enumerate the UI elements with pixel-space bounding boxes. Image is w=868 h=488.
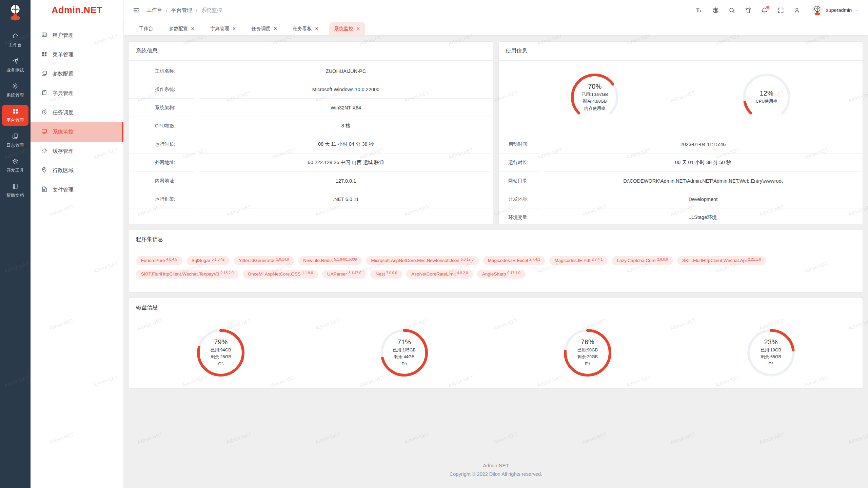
package-tag[interactable]: Magicodes.IE.Excel2.7.4.1 [483, 256, 546, 265]
sidebar-item-label: 缓存管理 [53, 148, 74, 155]
rail-item-system-mgmt[interactable]: 系统管理 [2, 80, 28, 101]
gear-icon [12, 83, 19, 91]
gauge-detail-line: 剩余:4.88GB [583, 98, 607, 105]
theme-icon[interactable] [745, 7, 752, 14]
package-tag[interactable]: Nest7.0.0.0 [370, 270, 402, 279]
disk-gauge-c: 79%已用:94GB剩余:25GBC:\ [195, 327, 246, 379]
copy-icon [41, 70, 47, 78]
content-area: 系统信息 主机名称:ZUOHUAIJUN-PC操作系统:Microsoft Wi… [124, 36, 868, 488]
tab-taskboard[interactable]: 任务看板✕ [288, 22, 324, 35]
font-size-icon[interactable]: TT [696, 7, 703, 14]
file-icon [41, 186, 47, 194]
package-version: 2.15.2.0 [221, 271, 234, 275]
rail-item-help-docs[interactable]: 帮助文档 [2, 180, 28, 201]
package-version: 4.8.4.5 [166, 257, 177, 261]
info-value: Development [544, 190, 862, 208]
info-value: Win32NT X64 [199, 99, 492, 117]
package-tag[interactable]: Lazy.Captcha.Core2.0.0.0 [612, 256, 673, 265]
package-tag[interactable]: Microsoft.AspNetCore.Mvc.NewtonsoftJson6… [366, 256, 478, 265]
tab-monitor[interactable]: 系统监控✕ [329, 22, 365, 35]
breadcrumb: 工作台/平台管理/系统监控 [146, 7, 222, 14]
package-name: Yitter.IdGenerator [239, 258, 275, 263]
package-tag[interactable]: NewLife.Redis5.1.8401.5009 [298, 256, 362, 265]
tab-close-icon[interactable]: ✕ [191, 26, 195, 31]
rail-item-business-test[interactable]: 业务测试 [2, 55, 28, 76]
package-tag[interactable]: AngleSharp0.17.1.0 [477, 270, 526, 279]
sidebar-item-tenant[interactable]: 租户管理 [31, 26, 123, 45]
sidebar-item-file[interactable]: 文件管理 [31, 180, 123, 200]
sidebar-item-label: 系统监控 [53, 128, 74, 136]
info-row: 外网地址:60.222.128.26 中国 山西 运城 联通 [129, 154, 493, 172]
package-tag[interactable]: OnceMi.AspNetCore.OSS1.1.9.0 [243, 270, 318, 279]
rail-item-workbench[interactable]: 工作台 [2, 30, 28, 50]
sidebar-item-region[interactable]: 行政区域 [31, 161, 123, 180]
sidebar-item-label: 字典管理 [53, 90, 74, 97]
grid-icon [12, 108, 19, 116]
breadcrumb-item: 系统监控 [201, 7, 222, 14]
tab-config[interactable]: 参数配置✕ [164, 22, 200, 35]
disk-gauges: 79%已用:94GB剩余:25GBC:\ 71%已用:105GB剩余:44GBD… [129, 317, 863, 388]
sidebar-item-label: 参数配置 [53, 70, 74, 78]
package-tag[interactable]: UAParser3.1.47.0 [322, 270, 366, 279]
tab-close-icon[interactable]: ✕ [274, 26, 277, 31]
rail-item-log-mgmt[interactable]: 日志管理 [2, 130, 28, 151]
gauge-percent: 70% [588, 83, 601, 90]
package-tag[interactable]: SKIT.FlurlHttpClient.Wechat.Api2.21.1.0 [677, 256, 766, 265]
package-tag[interactable]: SKIT.FlurlHttpClient.Wechat.TenpayV32.15… [136, 270, 239, 279]
tab-label: 工作台 [139, 26, 153, 32]
top-header: 工作台/平台管理/系统监控 TT superadmin [124, 0, 868, 20]
package-tag[interactable]: AspNetCoreRateLimit4.0.2.0 [406, 270, 473, 279]
rail-item-platform-mgmt[interactable]: 平台管理 [2, 105, 28, 126]
user-icon[interactable] [793, 7, 801, 14]
package-version: 0.17.1.0 [508, 271, 520, 275]
info-value: 08 天 11 小时 04 分 38 秒 [199, 135, 492, 154]
sidebar-item-dict[interactable]: 字典管理 [31, 84, 123, 103]
tab-close-icon[interactable]: ✕ [232, 26, 236, 31]
package-tag[interactable]: Yitter.IdGenerator1.0.14.0 [234, 256, 294, 265]
app-logo[interactable]: Admin.NET [31, 0, 123, 20]
user-menu[interactable]: superadmin [812, 5, 859, 16]
tab-schedule[interactable]: 任务调度✕ [246, 22, 282, 35]
package-tag[interactable]: Magicodes.IE.Pdf2.7.4.1 [549, 256, 608, 265]
sidebar-item-cache[interactable]: 缓存管理 [31, 142, 123, 161]
breadcrumb-item[interactable]: 工作台 [146, 7, 162, 14]
language-icon[interactable] [712, 7, 719, 14]
sidebar-item-schedule[interactable]: 任务调度 [31, 103, 123, 122]
package-tag[interactable]: SqlSugar5.1.3.42 [186, 256, 230, 265]
package-name: Lazy.Captcha.Core [617, 258, 656, 263]
info-row: 网站目录:D:\CODEWORK\Admin.NET\Admin.NET\Adm… [499, 172, 863, 190]
app-root: 工作台业务测试系统管理平台管理日志管理开发工具帮助文档 Admin.NET 租户… [0, 0, 868, 488]
breadcrumb-item[interactable]: 平台管理 [171, 7, 192, 14]
package-name: Magicodes.IE.Excel [488, 258, 528, 263]
info-label: 系统架构: [129, 99, 195, 117]
tab-label: 参数配置 [169, 26, 188, 32]
tab-close-icon[interactable]: ✕ [356, 26, 360, 31]
disk-gauge-slot: 79%已用:94GB剩余:25GBC:\ [129, 327, 313, 379]
sidebar-item-label: 租户管理 [53, 32, 74, 39]
package-name: SqlSugar [192, 258, 211, 263]
tab-dict[interactable]: 字典管理✕ [205, 22, 241, 35]
sidebar-item-menu[interactable]: 菜单管理 [31, 45, 123, 64]
assemblies-card: 程序集信息 Furion.Pure4.8.4.5SqlSugar5.1.3.42… [129, 230, 863, 292]
tab-close-icon[interactable]: ✕ [315, 26, 319, 31]
rail-item-dev-tools[interactable]: 开发工具 [2, 155, 28, 176]
mascot-logo-icon[interactable] [7, 3, 24, 21]
search-icon[interactable] [728, 7, 735, 14]
user-avatar [812, 5, 823, 16]
tab-workbench[interactable]: 工作台 [134, 22, 158, 35]
tab-bar: 工作台参数配置✕字典管理✕任务调度✕任务看板✕系统监控✕ [124, 20, 868, 36]
disk-gauge-f: 23%已用:19GB剩余:65GBF:\ [745, 327, 797, 379]
info-label: 内网地址: [129, 172, 195, 190]
info-value: .NET 6.0.11 [199, 190, 492, 208]
gauge-percent: 76% [581, 338, 594, 346]
copy-icon [12, 133, 19, 141]
sidebar-item-monitor[interactable]: 系统监控 [31, 122, 123, 142]
bell-icon[interactable] [761, 7, 768, 14]
fullscreen-icon[interactable] [777, 7, 784, 14]
package-version: 7.0.0.0 [386, 271, 397, 275]
collapse-menu-icon[interactable] [133, 7, 140, 14]
sidebar-item-config[interactable]: 参数配置 [31, 64, 123, 84]
svg-text:T: T [700, 9, 702, 13]
info-value: 00 天 01 小时 38 分 50 秒 [544, 154, 862, 172]
package-tag[interactable]: Furion.Pure4.8.4.5 [136, 256, 182, 265]
